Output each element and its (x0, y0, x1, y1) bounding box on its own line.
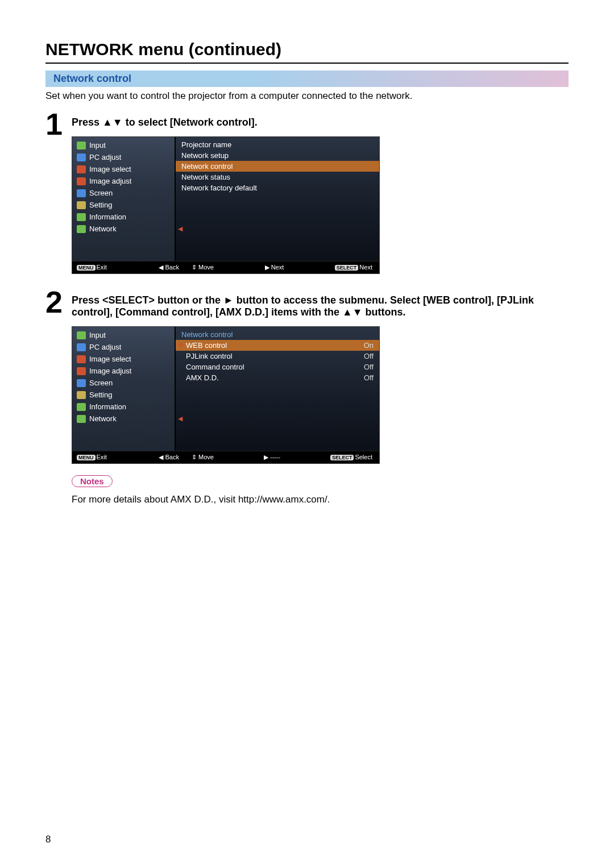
main-item-label: Network status (181, 173, 230, 181)
main-item-label: Network factory default (181, 184, 257, 192)
sidebar-item: Image select (72, 163, 175, 175)
step-1: 1 Press ▲▼ to select [Network control]. … (45, 109, 569, 282)
sidebar-item-label: Information (89, 213, 126, 221)
submenu-item-value: Off (364, 363, 374, 371)
step-2-instruction: Press <SELECT> button or the ► button to… (72, 294, 569, 318)
sidebar-item-label: Image adjust (89, 177, 131, 185)
back-arrow-icon: ◀ (159, 264, 163, 271)
sidebar-item: Input (72, 329, 175, 341)
sidebar-item: Image select (72, 353, 175, 365)
sidebar-item: Network (72, 413, 175, 425)
menu-icon (77, 213, 86, 221)
sidebar-item: PC adjust (72, 341, 175, 353)
sidebar-item-label: Screen (89, 189, 113, 197)
osd2-footer: MENUExit ◀ Back ⇕ Move ▶ ----- SELECTSel… (72, 451, 379, 463)
main-menu-item: Network status (176, 172, 379, 182)
submenu-item-label: WEB control (186, 341, 227, 350)
next-arrow-icon: ▶ (265, 264, 269, 271)
select-label: Select (355, 454, 372, 460)
submenu-item: WEB controlOn (176, 340, 379, 351)
back-label: Back (165, 454, 179, 460)
exit-label: Exit (97, 454, 107, 460)
sidebar-item-label: Setting (89, 391, 112, 399)
sidebar-item: Information (72, 211, 175, 223)
exit-label: Exit (97, 264, 107, 271)
sidebar-item: Image adjust (72, 365, 175, 377)
sidebar-item-label: Network (89, 414, 117, 423)
menu-icon (77, 391, 86, 399)
sidebar-item-label: Image adjust (89, 367, 131, 375)
sidebar-item: Setting (72, 199, 175, 211)
section-header: Network control (45, 70, 569, 87)
title-underline (45, 63, 569, 64)
sidebar-item-label: Input (89, 331, 106, 339)
sidebar-item: Screen (72, 377, 175, 389)
menu-key-badge: MENU (77, 265, 96, 271)
next-label: Next (271, 264, 284, 271)
menu-icon (77, 201, 86, 209)
sidebar-item-label: Screen (89, 379, 113, 387)
osd1-footer: MENUExit ◀ Back ⇕ Move ▶ Next SELECTNext (72, 261, 379, 273)
sidebar-item: Setting (72, 389, 175, 401)
submenu-item-value: Off (364, 373, 374, 382)
submenu-item-label: AMX D.D. (186, 373, 219, 382)
main-item-label: Network control (181, 162, 233, 171)
sidebar-item-label: Setting (89, 201, 112, 209)
menu-icon (77, 177, 86, 185)
move-arrow-icon: ⇕ (192, 454, 197, 460)
move-label: Move (198, 454, 214, 460)
main-menu-item: Network factory default (176, 182, 379, 193)
sidebar-item-label: Information (89, 402, 126, 411)
menu-icon (77, 355, 86, 363)
menu-icon (77, 379, 86, 387)
menu-icon (77, 225, 86, 233)
menu-key-badge: MENU (77, 455, 96, 460)
menu-icon (77, 189, 86, 197)
submenu-item: PJLink controlOff (176, 351, 379, 362)
notes-badge: Notes (72, 475, 113, 487)
sidebar-item-label: Network (89, 225, 117, 233)
back-label: Back (165, 264, 179, 271)
step-number-1: 1 (45, 109, 72, 139)
sidebar-item: Screen (72, 187, 175, 199)
submenu-item: Command controlOff (176, 362, 379, 372)
menu-icon (77, 415, 86, 423)
main-menu-item: Network control (176, 161, 379, 172)
submenu-item-label: PJLink control (186, 352, 233, 360)
osd1-main: Projector nameNetwork setupNetwork contr… (175, 137, 379, 261)
submenu-item-value: Off (364, 352, 374, 360)
sidebar-item: Image adjust (72, 175, 175, 187)
osd2-main-header: Network control (176, 329, 379, 340)
main-menu-item: Network setup (176, 150, 379, 161)
sidebar-item: Information (72, 401, 175, 413)
sidebar-item-label: Image select (89, 165, 131, 173)
notes-text: For more details about AMX D.D., visit h… (72, 494, 569, 505)
osd-screenshot-2: InputPC adjustImage selectImage adjustSc… (72, 326, 380, 464)
main-item-label: Network setup (181, 151, 229, 160)
menu-icon (77, 142, 86, 149)
step-2: 2 Press <SELECT> button or the ► button … (45, 286, 569, 505)
step-1-instruction: Press ▲▼ to select [Network control]. (72, 117, 569, 128)
main-item-label: Projector name (181, 140, 231, 149)
menu-icon (77, 367, 86, 375)
next-arrow-icon: ▶ (264, 454, 268, 460)
menu-icon (77, 165, 86, 173)
menu-icon (77, 403, 86, 411)
move-label: Move (198, 264, 214, 271)
menu-icon (77, 331, 86, 339)
main-menu-item: Projector name (176, 139, 379, 150)
sidebar-item-label: PC adjust (89, 343, 121, 351)
sidebar-item-label: Image select (89, 355, 131, 363)
submenu-item-label: Command control (186, 363, 244, 371)
sidebar-item-label: Input (89, 141, 106, 149)
select-key-badge: SELECT (330, 455, 354, 460)
select-key-badge: SELECT (335, 265, 359, 271)
sidebar-item: Network (72, 223, 175, 235)
submenu-item-value: On (364, 341, 374, 350)
back-arrow-icon: ◀ (159, 454, 163, 460)
page-title: NETWORK menu (continued) (45, 40, 569, 59)
osd1-sidebar: InputPC adjustImage selectImage adjustSc… (72, 137, 175, 261)
menu-icon (77, 153, 86, 161)
move-arrow-icon: ⇕ (192, 264, 197, 271)
select-label: Next (359, 264, 372, 271)
